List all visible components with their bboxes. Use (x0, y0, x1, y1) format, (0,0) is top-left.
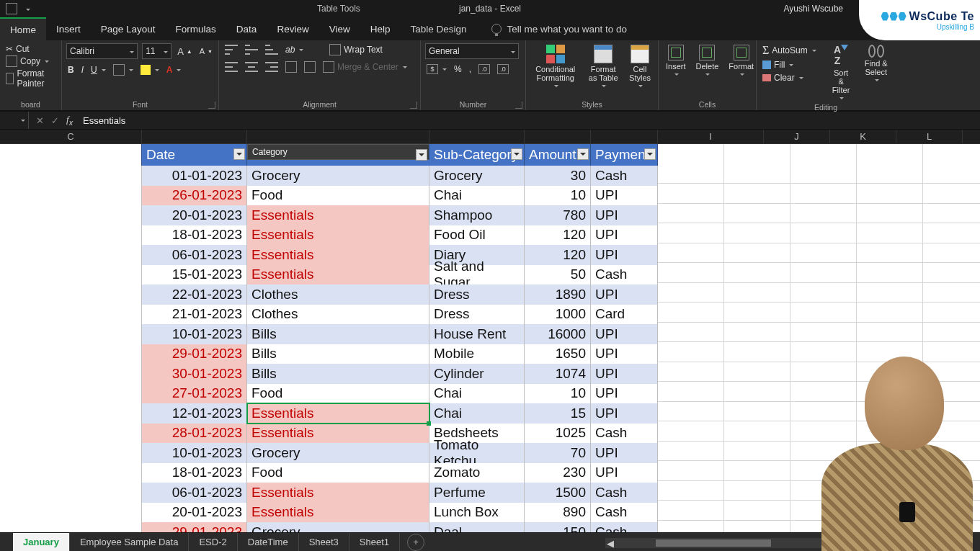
empty-cell[interactable] (790, 164, 857, 184)
cell-category[interactable]: Grocery (247, 443, 429, 463)
cell-blank[interactable] (0, 443, 142, 463)
cell-payment[interactable]: UPI (591, 245, 658, 265)
decrease-decimal-button[interactable]: .0 (496, 63, 510, 75)
scroll-thumb[interactable] (656, 539, 771, 547)
cell-subcategory[interactable]: Dress (429, 285, 525, 305)
cell-category[interactable]: Essentials (247, 503, 429, 523)
cell-payment[interactable]: Card (591, 305, 658, 325)
cell-subcategory[interactable]: Lunch Box (429, 503, 525, 523)
cell-amount[interactable]: 890 (525, 503, 591, 523)
align-right-button[interactable] (264, 61, 280, 73)
empty-cell[interactable] (790, 501, 857, 521)
empty-cell[interactable] (658, 144, 724, 166)
percent-button[interactable]: % (453, 63, 463, 75)
filter-button-payment[interactable] (644, 148, 656, 160)
cut-button[interactable]: ✂Cut (4, 43, 57, 55)
sheet-tab-employee-sample-data[interactable]: Employee Sample Data (70, 533, 190, 551)
ribbon-tab-insert[interactable]: Insert (46, 17, 91, 40)
cell-subcategory[interactable]: Salt and Sugar (429, 265, 525, 285)
scroll-left-icon[interactable]: ◀ (605, 538, 615, 548)
empty-cell[interactable] (857, 402, 923, 422)
empty-cell[interactable] (658, 461, 724, 481)
ribbon-tab-view[interactable]: View (319, 17, 360, 40)
cell-payment[interactable]: UPI (591, 344, 658, 364)
copy-button[interactable]: Copy (4, 55, 57, 68)
cell-category[interactable]: Essentials (247, 205, 429, 225)
cell-date[interactable]: 20-01-2023 (142, 205, 247, 225)
cell-date[interactable]: 06-01-2023 (142, 245, 247, 265)
empty-cell[interactable] (790, 382, 857, 402)
sheet-tab-esd-2[interactable]: ESD-2 (189, 533, 237, 551)
empty-cell[interactable] (923, 461, 980, 481)
cell-amount[interactable]: 120 (525, 245, 591, 265)
font-color-button[interactable]: A (165, 64, 183, 76)
autosum-button[interactable]: ΣAutoSum (761, 43, 818, 58)
formula-value[interactable]: Essentials (79, 115, 125, 126)
ribbon-tab-home[interactable]: Home (0, 17, 46, 40)
empty-cell[interactable] (724, 223, 790, 243)
header-amount[interactable]: Amount (525, 144, 591, 166)
cell-blank[interactable] (0, 324, 142, 344)
cell-amount[interactable]: 10 (525, 186, 591, 206)
cell-date[interactable]: 01-01-2023 (142, 166, 247, 186)
name-box[interactable] (0, 112, 29, 129)
ribbon-tab-data[interactable]: Data (226, 17, 267, 40)
empty-cell[interactable] (857, 342, 923, 362)
col-header-j[interactable]: J (764, 130, 830, 143)
cell-blank[interactable] (0, 205, 142, 225)
cell-subcategory[interactable]: Chai (429, 384, 525, 404)
format-as-table-button[interactable]: Format as Table (584, 43, 622, 89)
empty-cell[interactable] (724, 144, 790, 166)
empty-cell[interactable] (658, 501, 724, 521)
cell-payment[interactable]: UPI (591, 225, 658, 246)
cell-blank[interactable] (0, 463, 142, 483)
filter-button-category[interactable] (416, 149, 427, 161)
conditional-formatting-button[interactable]: Conditional Formatting (530, 43, 580, 89)
empty-cell[interactable] (790, 263, 857, 283)
account-name[interactable]: Ayushi Wscube (784, 4, 843, 14)
cell-category[interactable]: Food (247, 186, 429, 206)
increase-font-button[interactable]: A▲ (176, 45, 194, 58)
cell-payment[interactable]: UPI (591, 384, 658, 404)
cell-blank[interactable] (0, 245, 142, 265)
cell-date[interactable]: 28-01-2023 (142, 424, 247, 444)
cell-blank[interactable] (0, 344, 142, 364)
cell-date[interactable]: 30-01-2023 (142, 364, 247, 384)
cell-date[interactable]: 27-01-2023 (142, 384, 247, 404)
empty-cell[interactable] (658, 303, 724, 323)
empty-cell[interactable] (857, 481, 923, 501)
sheet-tab-sheet1[interactable]: Sheet1 (349, 533, 400, 551)
empty-cell[interactable] (724, 323, 790, 343)
cell-date[interactable]: 10-01-2023 (142, 324, 247, 344)
empty-cell[interactable] (790, 342, 857, 362)
sort-filter-button[interactable]: AZSort & Filter (828, 43, 855, 102)
empty-cell[interactable] (658, 323, 724, 343)
cell-blank[interactable] (0, 166, 142, 186)
empty-cell[interactable] (923, 303, 980, 323)
empty-cell[interactable] (724, 421, 790, 442)
cell-amount[interactable]: 230 (525, 463, 591, 483)
cell-date[interactable]: 18-01-2023 (142, 225, 247, 246)
col-header-l[interactable]: L (896, 130, 963, 143)
empty-cell[interactable] (790, 283, 857, 303)
cell-date[interactable]: 10-01-2023 (142, 443, 247, 463)
worksheet[interactable]: Date Category Sub-Category Amount Paymen… (0, 144, 980, 542)
col-header-c[interactable]: C (0, 130, 142, 143)
empty-cell[interactable] (923, 184, 980, 204)
cell-category[interactable]: Essentials (247, 245, 429, 265)
cell-amount[interactable]: 70 (525, 443, 591, 463)
font-size-select[interactable]: 11 (142, 43, 172, 59)
empty-cell[interactable] (658, 421, 724, 442)
empty-cell[interactable] (923, 283, 980, 303)
cell-subcategory[interactable]: Mobile (429, 344, 525, 364)
empty-cell[interactable] (658, 164, 724, 184)
decrease-indent-button[interactable] (284, 61, 298, 73)
empty-cell[interactable] (857, 263, 923, 283)
empty-cell[interactable] (790, 402, 857, 422)
empty-cell[interactable] (923, 501, 980, 521)
empty-cell[interactable] (790, 481, 857, 501)
empty-cell[interactable] (790, 461, 857, 481)
scroll-right-icon[interactable]: ▶ (963, 538, 973, 548)
clear-button[interactable]: Clear (761, 72, 818, 84)
wrap-text-button[interactable]: Wrap Text (328, 43, 384, 56)
